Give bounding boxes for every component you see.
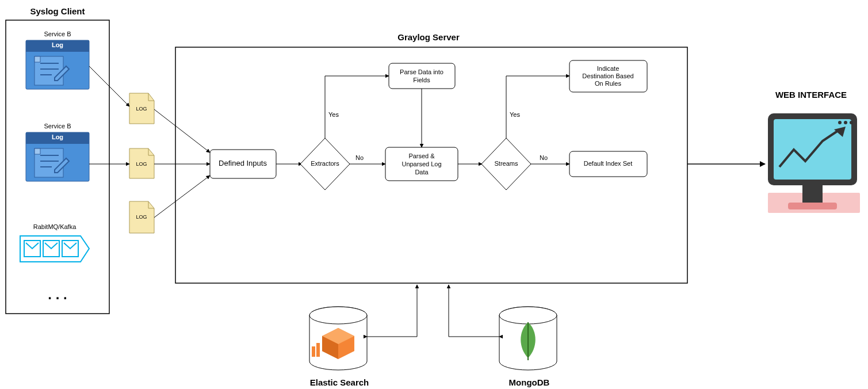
- svg-point-28: [844, 121, 847, 124]
- svg-rect-25: [802, 185, 823, 203]
- svg-point-29: [850, 121, 853, 124]
- parsed-unparsed-label-3: Data: [415, 169, 429, 176]
- web-interface-icon: [768, 113, 860, 213]
- mongodb-label: MongoDB: [509, 377, 550, 387]
- elastic-search-label: Elastic Search: [310, 377, 369, 387]
- service-a-icon: Log: [26, 40, 89, 89]
- streams-node: Streams: [481, 138, 531, 190]
- svg-rect-31: [312, 346, 315, 357]
- svg-text:Streams: Streams: [495, 160, 518, 167]
- defined-inputs-label: Defined Inputs: [219, 159, 267, 167]
- streams-yes-label: Yes: [510, 111, 520, 118]
- rabbitmq-kafka-label: RabitMQ/Kafka: [33, 223, 77, 230]
- graylog-server-title: Graylog Server: [397, 32, 460, 42]
- default-index-set-label: Default Index Set: [584, 160, 632, 167]
- parsed-unparsed-label-2: Unparsed Log: [402, 161, 441, 167]
- parse-fields-label-1: Parse Data into: [400, 68, 443, 75]
- arrow-log1-to-inputs: [154, 109, 210, 152]
- indicate-destination-label-3: On Rules: [595, 80, 621, 87]
- svg-point-33: [499, 307, 557, 324]
- service-b-icon: Log: [26, 132, 89, 181]
- arrow-streams-yes: [506, 76, 569, 138]
- mongodb-icon: [499, 307, 557, 370]
- svg-rect-32: [316, 343, 320, 357]
- parse-fields-label-2: Fields: [413, 77, 430, 83]
- svg-point-27: [838, 121, 842, 124]
- indicate-destination-label-2: Destination Based: [582, 73, 633, 79]
- arrow-mongodb-to-graylog: [449, 285, 499, 337]
- service-a-label: Service B: [44, 30, 71, 37]
- streams-no-label: No: [540, 154, 548, 161]
- arrow-extractors-yes: [325, 76, 389, 138]
- web-interface-title: WEB INTERFACE: [775, 90, 847, 100]
- syslog-ellipsis: . . .: [48, 287, 67, 302]
- arrow-elastic-to-graylog: [367, 285, 417, 337]
- syslog-client-title: Syslog Client: [30, 6, 85, 16]
- extractors-yes-label: Yes: [328, 111, 339, 118]
- svg-text:LOG: LOG: [136, 161, 147, 167]
- parsed-unparsed-label-1: Parsed &: [408, 152, 435, 159]
- elastic-search-icon: [309, 307, 367, 370]
- svg-point-30: [309, 307, 367, 324]
- extractors-no-label: No: [355, 154, 364, 161]
- log-file-2-icon: LOG: [129, 148, 154, 178]
- log-file-3-icon: LOG: [129, 201, 154, 233]
- svg-text:Extractors: Extractors: [311, 160, 339, 167]
- svg-text:Log: Log: [52, 41, 63, 48]
- extractors-node: Extractors: [300, 138, 350, 190]
- log-file-1-icon: LOG: [129, 93, 154, 124]
- svg-text:LOG: LOG: [136, 106, 147, 112]
- rabbitmq-kafka-icon: [20, 236, 89, 262]
- svg-text:LOG: LOG: [136, 214, 147, 220]
- svg-text:Log: Log: [52, 134, 63, 140]
- svg-rect-26: [788, 203, 837, 209]
- indicate-destination-label-1: Indicate: [597, 65, 620, 72]
- service-b-label: Service B: [44, 123, 71, 129]
- arrow-log3-to-inputs: [154, 176, 210, 218]
